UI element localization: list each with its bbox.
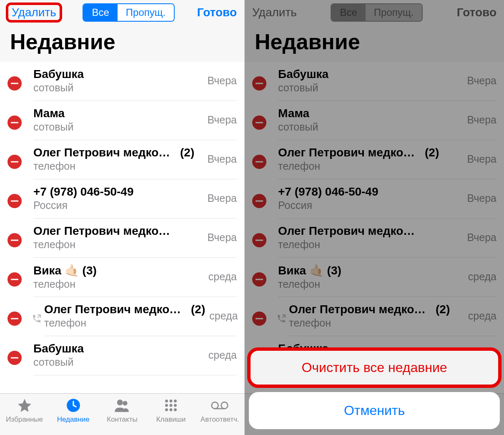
- call-row[interactable]: БабушкасотовыйВчера: [245, 62, 504, 101]
- voicemail-icon: [211, 396, 229, 415]
- call-row[interactable]: МамасотовыйВчера: [245, 101, 504, 140]
- delete-minus-icon[interactable]: [8, 351, 22, 365]
- row-text: Вика 🤙🏻 (3)телефон: [33, 264, 204, 290]
- caller-name: Мама: [278, 107, 309, 120]
- caller-name: Бабушка: [278, 68, 328, 81]
- row-body: Вика 🤙🏻 (3)телефонсреда: [278, 262, 496, 297]
- call-time: Вчера: [467, 192, 496, 204]
- delete-minus-icon[interactable]: [8, 155, 22, 169]
- delete-minus-icon[interactable]: [252, 116, 266, 130]
- call-type: телефон: [278, 160, 463, 172]
- row-body: БабушкасотовыйВчера: [33, 66, 237, 101]
- row-text: Олег Петрович медкомисс…телефон: [33, 224, 203, 251]
- delete-minus-icon[interactable]: [8, 116, 22, 130]
- row-text: Бабушкасотовый: [278, 68, 463, 94]
- row-body: БабушкасотовыйВчера: [278, 66, 496, 101]
- row-body: Олег Петрович медкомисс…телефонВчера: [278, 223, 496, 258]
- call-type: телефон: [289, 317, 464, 329]
- svg-point-6: [165, 404, 168, 407]
- call-type: Россия: [278, 199, 463, 211]
- caller-name: +7 (978) 046-50-49: [33, 185, 134, 199]
- delete-minus-icon[interactable]: [252, 312, 266, 326]
- cancel-button[interactable]: Отменить: [249, 392, 500, 429]
- delete-minus-icon[interactable]: [8, 312, 22, 326]
- call-time: Вчера: [467, 114, 496, 126]
- row-text: Олег Петрович медкомисс…телефон: [278, 224, 463, 251]
- delete-button[interactable]: Удалить: [8, 4, 60, 21]
- delete-minus-icon[interactable]: [252, 76, 266, 91]
- delete-minus-icon[interactable]: [8, 272, 22, 287]
- header: Удалить Все Пропущ. Готово: [245, 0, 504, 24]
- tab-favorites[interactable]: Избранные: [0, 396, 49, 433]
- call-row[interactable]: Олег Петрович медкомисс…телефонВчера: [245, 219, 504, 258]
- segmented-control[interactable]: Все Пропущ.: [83, 3, 175, 22]
- call-row[interactable]: +7 (978) 046-50-49РоссияВчера: [245, 179, 504, 219]
- segment-all[interactable]: Все: [83, 4, 117, 21]
- call-count: (2): [425, 146, 439, 159]
- call-type: сотовый: [33, 82, 203, 94]
- tab-contacts[interactable]: Контакты: [98, 396, 146, 433]
- call-time: Вчера: [207, 114, 237, 126]
- row-text: Олег Петрович медком…(2)телефон: [278, 146, 463, 172]
- call-type: телефон: [44, 317, 205, 329]
- tab-keypad[interactable]: Клавиши: [147, 396, 196, 433]
- call-type: Россия: [33, 199, 203, 211]
- call-row[interactable]: Олег Петрович медком…(2)телефонВчера: [245, 140, 504, 179]
- delete-minus-icon[interactable]: [252, 155, 266, 169]
- call-time: Вчера: [207, 231, 237, 244]
- caller-name: Вика 🤙🏻 (3): [33, 264, 97, 277]
- row-text: Олег Петрович медком…(2)телефон: [33, 146, 203, 172]
- delete-minus-icon[interactable]: [8, 233, 22, 247]
- call-row[interactable]: +7 (978) 046-50-49РоссияВчера: [0, 179, 244, 219]
- call-row[interactable]: Вика 🤙🏻 (3)телефонсреда: [245, 258, 504, 297]
- svg-point-12: [212, 402, 218, 409]
- tab-voicemail[interactable]: Автоответч.: [196, 396, 244, 433]
- action-sheet: Очистить все недавние Отменить: [249, 349, 500, 429]
- row-text: Бабушкасотовый: [33, 68, 203, 94]
- segment-all[interactable]: Все: [331, 4, 365, 21]
- page-title: Недавние: [0, 24, 244, 62]
- done-button[interactable]: Готово: [457, 6, 496, 19]
- svg-point-4: [170, 400, 173, 402]
- delete-minus-icon[interactable]: [252, 233, 266, 247]
- row-body: МамасотовыйВчера: [278, 105, 496, 140]
- call-row[interactable]: Вика 🤙🏻 (3)телефонсреда: [0, 258, 244, 297]
- call-row[interactable]: Олег Петрович медком…(2)телефонсреда: [0, 297, 244, 336]
- delete-button[interactable]: Удалить: [252, 6, 297, 19]
- row-body: МамасотовыйВчера: [33, 105, 237, 140]
- tab-recents[interactable]: Недавние: [49, 396, 98, 433]
- keypad-icon: [162, 396, 180, 415]
- call-row[interactable]: Олег Петрович медком…(2)телефонВчера: [0, 140, 244, 179]
- call-time: среда: [468, 310, 496, 322]
- call-time: Вчера: [467, 231, 496, 244]
- call-type: телефон: [278, 239, 463, 251]
- call-row[interactable]: Олег Петрович медкомисс…телефонВчера: [0, 219, 244, 258]
- delete-minus-icon[interactable]: [8, 194, 22, 208]
- done-button[interactable]: Готово: [197, 6, 237, 19]
- segment-missed[interactable]: Пропущ.: [366, 4, 422, 21]
- segmented-control[interactable]: Все Пропущ.: [331, 3, 423, 22]
- row-text: Мамасотовый: [278, 107, 463, 133]
- svg-point-13: [221, 402, 228, 409]
- call-type: сотовый: [278, 82, 463, 94]
- tab-label: Автоответч.: [201, 415, 239, 424]
- call-time: Вчера: [207, 153, 237, 165]
- clear-all-button[interactable]: Очистить все недавние: [249, 349, 500, 386]
- call-time: среда: [208, 349, 237, 361]
- call-row[interactable]: Олег Петрович медком…(2)телефонсреда: [245, 297, 504, 336]
- call-row[interactable]: МамасотовыйВчера: [0, 101, 244, 140]
- cancel-group: Отменить: [249, 392, 500, 429]
- tab-label: Клавиши: [156, 415, 186, 424]
- segment-missed[interactable]: Пропущ.: [118, 4, 174, 21]
- delete-minus-icon[interactable]: [252, 194, 266, 208]
- call-type: телефон: [278, 278, 464, 290]
- call-row[interactable]: Бабушкасотовыйсреда: [0, 336, 244, 375]
- call-row[interactable]: БабушкасотовыйВчера: [0, 62, 244, 101]
- caller-name: Олег Петрович медкомисс…: [33, 224, 175, 238]
- row-text: +7 (978) 046-50-49Россия: [278, 185, 463, 211]
- row-text: Олег Петрович медком…(2)телефон: [289, 303, 464, 329]
- delete-minus-icon[interactable]: [8, 76, 22, 91]
- delete-minus-icon[interactable]: [252, 272, 266, 287]
- call-type: сотовый: [33, 121, 203, 133]
- svg-point-3: [165, 400, 168, 402]
